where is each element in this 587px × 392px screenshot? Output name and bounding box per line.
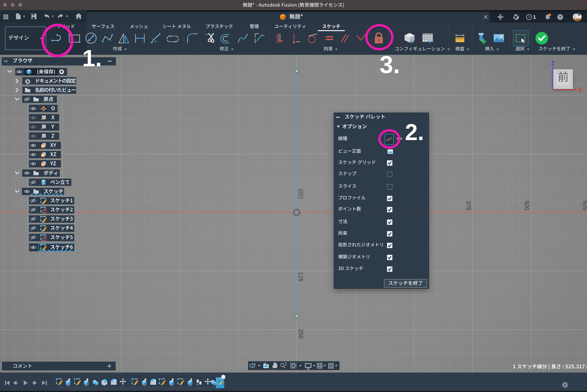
svg-text:?: ? [559, 15, 562, 19]
